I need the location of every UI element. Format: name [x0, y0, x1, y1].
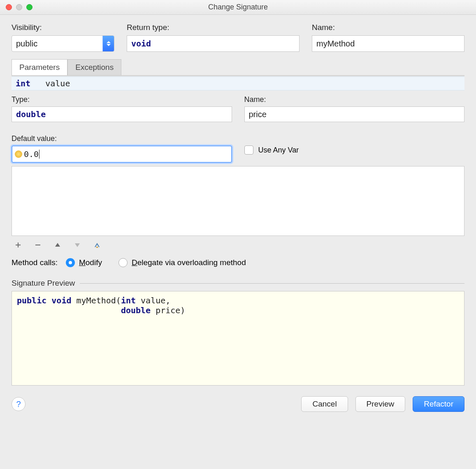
titlebar: Change Signature: [0, 0, 476, 15]
tab-parameters[interactable]: Parameters: [12, 59, 67, 75]
radio-delegate-label: Delegate via overloading method: [132, 258, 246, 267]
help-button[interactable]: ?: [12, 397, 26, 411]
visibility-label: Visibility:: [12, 23, 114, 32]
divider: [80, 283, 464, 284]
visibility-select[interactable]: public: [12, 35, 114, 52]
use-any-var-label: Use Any Var: [258, 146, 299, 155]
preview-pad: [17, 305, 121, 315]
type-label: Type:: [12, 95, 232, 104]
tab-exceptions[interactable]: Exceptions: [67, 59, 121, 75]
param-type-value: double: [16, 109, 46, 119]
intention-bulb-icon[interactable]: [15, 150, 22, 158]
visibility-dropdown-button[interactable]: [102, 36, 114, 51]
preview-kw-double: double: [121, 305, 151, 315]
parameter-toolbar: [12, 236, 464, 252]
preview-param1: value,: [136, 296, 170, 305]
default-value-label: Default value:: [12, 134, 232, 143]
svg-marker-0: [55, 243, 60, 247]
chevron-up-icon: [107, 41, 111, 43]
window-title: Change Signature: [0, 3, 476, 12]
param-name-input[interactable]: price: [244, 106, 465, 122]
signature-preview: public void myMethod(int value, double p…: [12, 291, 464, 386]
param-name-label: Name:: [244, 95, 465, 104]
return-type-value: void: [131, 39, 151, 49]
preview-param2: price): [151, 305, 185, 315]
spacer-label: [244, 134, 465, 143]
cancel-button[interactable]: Cancel: [301, 396, 348, 412]
param-row-name: value: [45, 79, 70, 88]
parameter-blank-area: [12, 166, 464, 236]
signature-preview-label: Signature Preview: [12, 279, 75, 288]
text-caret: [39, 150, 39, 159]
default-value-input[interactable]: 0.0: [12, 146, 232, 163]
radio-modify[interactable]: [66, 258, 75, 267]
param-row-type: int: [16, 79, 30, 88]
preview-method-name: myMethod(: [77, 296, 121, 305]
svg-marker-1: [75, 243, 80, 247]
preview-kw-int: int: [121, 296, 136, 305]
visibility-value: public: [12, 36, 102, 51]
move-down-icon: [73, 241, 81, 249]
return-type-input[interactable]: void: [127, 35, 300, 52]
propagate-icon[interactable]: [93, 241, 101, 249]
parameter-list: int value: [12, 76, 464, 90]
move-up-icon[interactable]: [53, 241, 62, 249]
use-any-var-checkbox[interactable]: [244, 146, 253, 155]
method-name-input[interactable]: myMethod: [312, 35, 464, 52]
radio-modify-label: Modify: [79, 258, 102, 267]
preview-kw-void: void: [51, 296, 71, 305]
preview-button[interactable]: Preview: [355, 396, 406, 412]
preview-kw-public: public: [17, 296, 46, 305]
refactor-button[interactable]: Refactor: [413, 396, 464, 412]
param-type-input[interactable]: double: [12, 106, 232, 122]
return-type-label: Return type:: [127, 23, 300, 32]
chevron-down-icon: [107, 44, 111, 46]
svg-rect-2: [96, 247, 98, 248]
param-name-value: price: [249, 110, 267, 119]
add-icon[interactable]: [14, 241, 22, 249]
tabs: Parameters Exceptions: [12, 59, 464, 76]
default-value-text: 0.0: [24, 149, 39, 159]
method-name-label: Name:: [312, 23, 464, 32]
radio-delegate[interactable]: [118, 258, 128, 267]
parameter-row[interactable]: int value: [12, 76, 464, 90]
remove-icon[interactable]: [34, 241, 42, 249]
method-calls-label: Method calls:: [12, 258, 58, 267]
method-name-value: myMethod: [316, 39, 355, 49]
